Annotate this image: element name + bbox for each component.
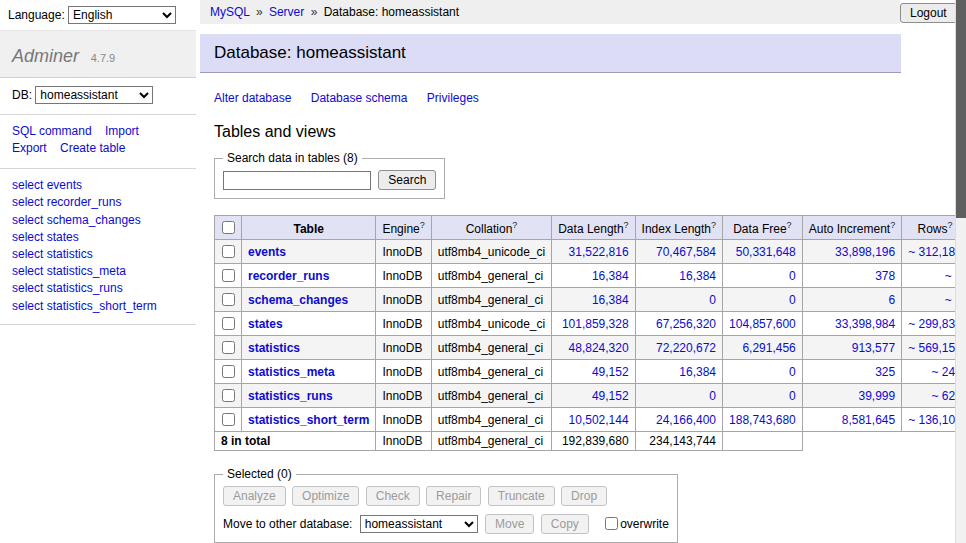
search-input[interactable] [223, 171, 371, 190]
sidebar-table-link-statistics[interactable]: select statistics [12, 246, 184, 263]
table-link[interactable]: statistics_meta [248, 365, 335, 379]
row-checkbox[interactable] [222, 293, 235, 306]
data-free-link[interactable]: 0 [789, 293, 796, 307]
data-length-link[interactable]: 48,824,320 [569, 341, 629, 355]
sidebar-table-link-schema-changes[interactable]: select schema_changes [12, 211, 184, 228]
sidebar-table-link-statistics-meta[interactable]: select statistics_meta [12, 263, 184, 280]
index-length-link[interactable]: 0 [709, 389, 716, 403]
table-link[interactable]: statistics_short_term [248, 413, 369, 427]
rows-count-link[interactable]: ~ 569,159 [908, 341, 962, 355]
data-free-link[interactable]: 0 [789, 389, 796, 403]
export-link[interactable]: Export [12, 141, 47, 155]
optimize-button[interactable]: Optimize [292, 486, 359, 506]
sidebar-table-link-states[interactable]: select states [12, 228, 184, 245]
data-free-link[interactable]: 0 [789, 269, 796, 283]
data-length-link[interactable]: 10,502,144 [569, 413, 629, 427]
data-free-link[interactable]: 6,291,456 [742, 341, 795, 355]
column-help-link[interactable]: ? [624, 220, 629, 230]
rows-count-link[interactable]: ~ 299,833 [908, 317, 962, 331]
index-length-link[interactable]: 72,220,672 [656, 341, 716, 355]
data-free-link[interactable]: 50,331,648 [736, 245, 796, 259]
column-help-link[interactable]: ? [890, 220, 895, 230]
overwrite-checkbox[interactable] [605, 517, 618, 530]
data-length-link[interactable]: 49,152 [592, 365, 629, 379]
auto-increment-link[interactable]: 913,577 [852, 341, 895, 355]
row-checkbox[interactable] [222, 389, 235, 402]
privileges-link[interactable]: Privileges [427, 91, 479, 105]
table-link[interactable]: events [248, 245, 286, 259]
row-checkbox[interactable] [222, 365, 235, 378]
auto-increment-link[interactable]: 325 [875, 365, 895, 379]
row-checkbox[interactable] [222, 341, 235, 354]
index-length-link[interactable]: 16,384 [679, 365, 716, 379]
sidebar-table-link-statistics-short-term[interactable]: select statistics_short_term [12, 297, 184, 314]
data-free-link[interactable]: 104,857,600 [729, 317, 796, 331]
database-schema-link[interactable]: Database schema [311, 91, 408, 105]
search-button[interactable]: Search [378, 170, 436, 190]
index-length-link[interactable]: 0 [709, 293, 716, 307]
scrollbar[interactable] [955, 0, 966, 543]
move-button[interactable]: Move [485, 514, 534, 534]
bulk-actions: Analyze Optimize Check Repair Truncate D… [223, 486, 669, 506]
topbar: MySQL » Server » Database: homeassistant… [200, 0, 955, 24]
data-length-link[interactable]: 31,522,816 [569, 245, 629, 259]
alter-database-link[interactable]: Alter database [214, 91, 291, 105]
create-table-link[interactable]: Create table [60, 141, 125, 155]
index-length-link[interactable]: 24,166,400 [656, 413, 716, 427]
data-length-link[interactable]: 49,152 [592, 389, 629, 403]
drop-button[interactable]: Drop [561, 486, 607, 506]
sidebar-table-link-recorder-runs[interactable]: select recorder_runs [12, 194, 184, 211]
import-link[interactable]: Import [105, 124, 139, 138]
column-help-link[interactable]: ? [787, 220, 792, 230]
analyze-button[interactable]: Analyze [223, 486, 286, 506]
copy-button[interactable]: Copy [541, 514, 589, 534]
data-length-link[interactable]: 16,384 [592, 293, 629, 307]
check-button[interactable]: Check [366, 486, 420, 506]
auto-increment-link[interactable]: 33,398,984 [835, 317, 895, 331]
auto-increment-link[interactable]: 39,999 [858, 389, 895, 403]
scrollbar-thumb[interactable] [956, 0, 966, 218]
move-db-select[interactable]: homeassistant [360, 515, 478, 533]
row-checkbox[interactable] [222, 269, 235, 282]
auto-increment-link[interactable]: 6 [888, 293, 895, 307]
row-checkbox[interactable] [222, 317, 235, 330]
repair-button[interactable]: Repair [426, 486, 481, 506]
table-link[interactable]: schema_changes [248, 293, 348, 307]
db-select[interactable]: homeassistant [35, 86, 153, 104]
data-free-link[interactable]: 0 [789, 365, 796, 379]
search-fieldset: Search data in tables (8) Search [214, 151, 445, 199]
index-length-link[interactable]: 16,384 [679, 269, 716, 283]
row-checkbox[interactable] [222, 413, 235, 426]
data-free-link[interactable]: 188,743,680 [729, 413, 796, 427]
truncate-button[interactable]: Truncate [488, 486, 555, 506]
logout-button[interactable]: Logout [900, 3, 957, 23]
sql-command-link[interactable]: SQL command [12, 124, 92, 138]
index-length-link[interactable]: 67,256,320 [656, 317, 716, 331]
auto-increment-link[interactable]: 378 [875, 269, 895, 283]
language-select[interactable]: English [68, 6, 176, 24]
table-link[interactable]: statistics_runs [248, 389, 333, 403]
select-all-checkbox[interactable] [222, 221, 235, 234]
table-link[interactable]: states [248, 317, 283, 331]
auto-increment-link[interactable]: 8,581,645 [842, 413, 895, 427]
breadcrumb-server-link[interactable]: Server [269, 5, 304, 19]
row-checkbox[interactable] [222, 245, 235, 258]
column-help-link[interactable]: ? [420, 220, 425, 230]
sidebar-table-link-events[interactable]: select events [12, 177, 184, 194]
index-length-link[interactable]: 70,467,584 [656, 245, 716, 259]
column-help-link[interactable]: ? [711, 220, 716, 230]
auto-increment-link[interactable]: 33,898,196 [835, 245, 895, 259]
sidebar-table-link-statistics-runs[interactable]: select statistics_runs [12, 280, 184, 297]
column-help-link[interactable]: ? [512, 220, 517, 230]
rows-count-link[interactable]: ~ 136,108 [908, 413, 962, 427]
data-length-link[interactable]: 101,859,328 [562, 317, 629, 331]
total-data-length: 192,839,680 [552, 432, 635, 451]
adminer-logo-link[interactable]: Adminer [12, 46, 79, 66]
breadcrumb-mysql-link[interactable]: MySQL [210, 5, 250, 19]
collation-cell: utf8mb4_general_ci [431, 336, 551, 360]
table-link[interactable]: statistics [248, 341, 300, 355]
data-length-link[interactable]: 16,384 [592, 269, 629, 283]
rows-count-link[interactable]: ~ 312,180 [908, 245, 962, 259]
column-help-link[interactable]: ? [948, 220, 953, 230]
table-link[interactable]: recorder_runs [248, 269, 329, 283]
